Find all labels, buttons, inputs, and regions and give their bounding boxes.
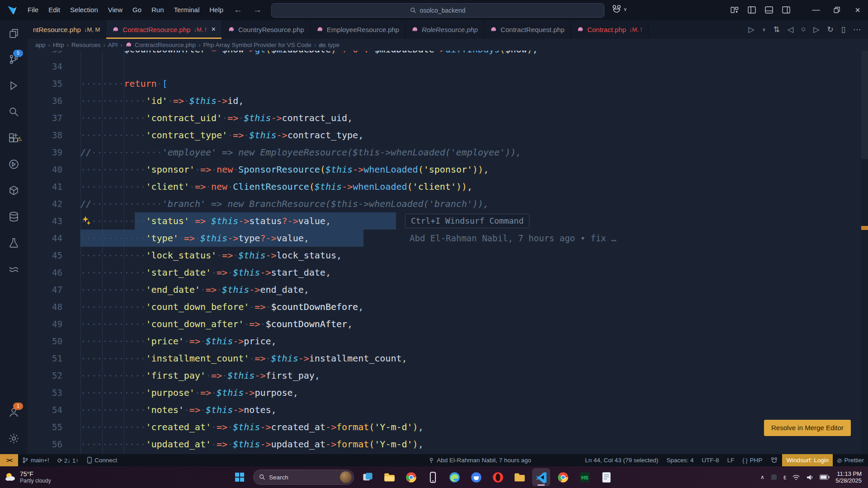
start-button[interactable] xyxy=(231,468,249,486)
menu-item-terminal[interactable]: Terminal xyxy=(169,0,205,20)
tray-app-icon[interactable] xyxy=(770,474,778,481)
line-number[interactable]: 33 xyxy=(27,51,62,58)
taskbar-icon-chrome-2[interactable] xyxy=(554,468,572,486)
tab-contract-php[interactable]: Contract.php↓M, ! xyxy=(571,20,648,39)
more-actions-icon[interactable]: ⋯ xyxy=(853,25,861,34)
line-number[interactable]: 46 xyxy=(27,264,62,281)
code-line[interactable]: 34 xyxy=(27,58,861,75)
line-number[interactable]: 38 xyxy=(27,127,62,144)
code-line[interactable]: 41············'client'·=>·new·ClientReso… xyxy=(27,178,861,195)
activity-bar-item-extensions[interactable]: ⚠ xyxy=(0,125,27,151)
line-number[interactable]: 39 xyxy=(27,144,62,161)
scrollbar-thumb[interactable] xyxy=(861,51,868,159)
taskbar-icon-vscode[interactable] xyxy=(532,468,550,486)
activity-bar-item-run-debug[interactable] xyxy=(0,72,27,99)
code-line[interactable]: 46············'start_date'·=>·$this->sta… xyxy=(27,264,861,281)
line-number[interactable]: 56 xyxy=(27,436,62,453)
activity-bar-item-testing[interactable] xyxy=(0,230,27,256)
tab-contractrequest-php[interactable]: ContractRequest.php xyxy=(484,20,571,39)
language-mode-item[interactable]: { }PHP xyxy=(738,454,766,466)
line-number[interactable]: 48 xyxy=(27,298,62,315)
code-line[interactable]: 48············'count_down_before'·=>·$co… xyxy=(27,298,861,315)
menu-item-view[interactable]: View xyxy=(103,0,127,20)
code-line[interactable]: 56············'updated_at'·=>·$this->upd… xyxy=(27,436,861,453)
line-number[interactable]: 51 xyxy=(27,350,62,367)
command-center-search[interactable]: osolco_backend xyxy=(271,3,604,18)
git-branch-item[interactable]: main+! xyxy=(18,454,53,466)
tab-close-icon[interactable]: × xyxy=(212,25,216,33)
breadcrumb-item-http[interactable]: Http xyxy=(53,42,64,48)
code-line[interactable]: 50············'price'·=>·$this->price, xyxy=(27,333,861,350)
activity-bar-item-search[interactable] xyxy=(0,99,27,125)
run-button[interactable]: ▷ xyxy=(749,25,755,34)
taskbar-icon-task-view[interactable] xyxy=(359,468,377,486)
toggle-secondary-sidebar-icon[interactable] xyxy=(782,6,790,14)
menu-item-file[interactable]: File xyxy=(23,0,43,20)
taskbar-icon-edge[interactable] xyxy=(445,468,463,486)
taskbar-icon-chrome[interactable] xyxy=(402,468,420,486)
activity-bar-item-account[interactable]: 1 xyxy=(0,399,27,425)
tab-countryresource-php[interactable]: CountryResource.php xyxy=(222,20,311,39)
activity-bar-item-remote-explorer[interactable] xyxy=(0,151,27,177)
eol-item[interactable]: LF xyxy=(723,454,738,466)
split-editor-icon[interactable]: ▯ xyxy=(841,25,845,34)
code-line[interactable]: 47············'end_date'·=>·$this->end_d… xyxy=(27,281,861,298)
code-line[interactable]: 51············'installment_count'·=>·$th… xyxy=(27,350,861,367)
line-number[interactable]: 55 xyxy=(27,418,62,436)
indentation-item[interactable]: Spaces: 4 xyxy=(662,454,698,466)
cursor-position-item[interactable]: Ln 44, Col 43 (79 selected) xyxy=(581,454,662,466)
windsurf-command-hint[interactable]: Ctrl+I Windsurf Command xyxy=(405,214,529,228)
breadcrumb-item-api[interactable]: API xyxy=(108,42,118,48)
taskbar-search[interactable]: Search xyxy=(253,469,354,485)
code-line[interactable]: 45············'lock_status'·=>·$this->lo… xyxy=(27,247,861,264)
code-editor[interactable]: 33········$countDownAfter·=·$now->gt($mi… xyxy=(27,51,868,454)
line-number[interactable]: 47 xyxy=(27,281,62,298)
activity-bar-item-containers[interactable] xyxy=(0,177,27,203)
line-number[interactable]: 40 xyxy=(27,161,62,178)
breadcrumb-item-type[interactable]: abctype xyxy=(319,42,340,48)
breadcrumb-item-contractresource-php[interactable]: ContractResource.php xyxy=(125,41,196,48)
taskbar-icon-opera[interactable] xyxy=(489,468,507,486)
code-area[interactable]: 33········$countDownAfter·=·$now->gt($mi… xyxy=(27,51,861,454)
connect-item[interactable]: Connect xyxy=(83,454,121,466)
clock[interactable]: 11:13 PM 5/28/2025 xyxy=(835,470,862,484)
menu-item-help[interactable]: Help xyxy=(204,0,228,20)
wifi-icon[interactable] xyxy=(792,474,800,481)
menu-item-selection[interactable]: Selection xyxy=(65,0,103,20)
ai-sparkle-icon[interactable] xyxy=(81,216,93,226)
weather-widget[interactable]: 75°F Partly cloudy xyxy=(0,470,95,484)
line-number[interactable]: 43 xyxy=(27,212,62,230)
tab-ntresource-php[interactable]: ntResource.php↓M, M xyxy=(27,20,106,39)
tab-roleresource-php[interactable]: RoleResource.php xyxy=(406,20,484,39)
tray-lang-icon[interactable]: ε xyxy=(783,474,786,481)
code-line[interactable]: 42//·············'branch' => new BranchR… xyxy=(27,195,861,212)
line-number[interactable]: 42 xyxy=(27,195,62,212)
menu-item-run[interactable]: Run xyxy=(146,0,169,20)
volume-icon[interactable] xyxy=(806,474,814,481)
battery-icon[interactable] xyxy=(820,474,830,480)
tab-contractresource-php[interactable]: ContractResource.php↓M, !× xyxy=(106,20,222,39)
code-line[interactable]: 35········return·[ xyxy=(27,75,861,92)
activity-bar-item-explorer[interactable] xyxy=(0,20,27,46)
code-line[interactable]: 36············'id'·=>·$this->id, xyxy=(27,92,861,109)
code-line[interactable]: 53············'purpose'·=>·$this->purpos… xyxy=(27,384,861,401)
sync-changes-item[interactable]: ⟳ 2↓ 1↑ xyxy=(53,454,83,466)
open-changes-icon[interactable]: ⇅ xyxy=(774,25,780,34)
code-line[interactable]: 38············'contract_type'·=>·$this->… xyxy=(27,127,861,144)
code-line[interactable]: 40············'sponsor'·=>·new·SponsorRe… xyxy=(27,161,861,178)
code-line[interactable]: 39//·············'employee' => new Emplo… xyxy=(27,144,861,161)
line-number[interactable]: 50 xyxy=(27,333,62,350)
timeline-icon[interactable]: ↻ xyxy=(827,25,833,34)
code-line[interactable]: 49············'count_down_after'·=>·$cou… xyxy=(27,315,861,333)
line-number[interactable]: 37 xyxy=(27,109,62,127)
line-number[interactable]: 52 xyxy=(27,367,62,384)
taskbar-icon-notepad[interactable] xyxy=(597,468,615,486)
line-number[interactable]: 41 xyxy=(27,178,62,195)
close-button[interactable]: × xyxy=(847,0,868,20)
taskbar-icon-folder[interactable] xyxy=(510,468,528,486)
code-line[interactable]: 37············'contract_uid'·=>·$this->c… xyxy=(27,109,861,127)
breadcrumb-item-resources[interactable]: Resources xyxy=(71,42,101,48)
search-highlight-image[interactable] xyxy=(340,471,352,483)
line-number[interactable]: 54 xyxy=(27,401,62,418)
line-number[interactable]: 49 xyxy=(27,315,62,333)
